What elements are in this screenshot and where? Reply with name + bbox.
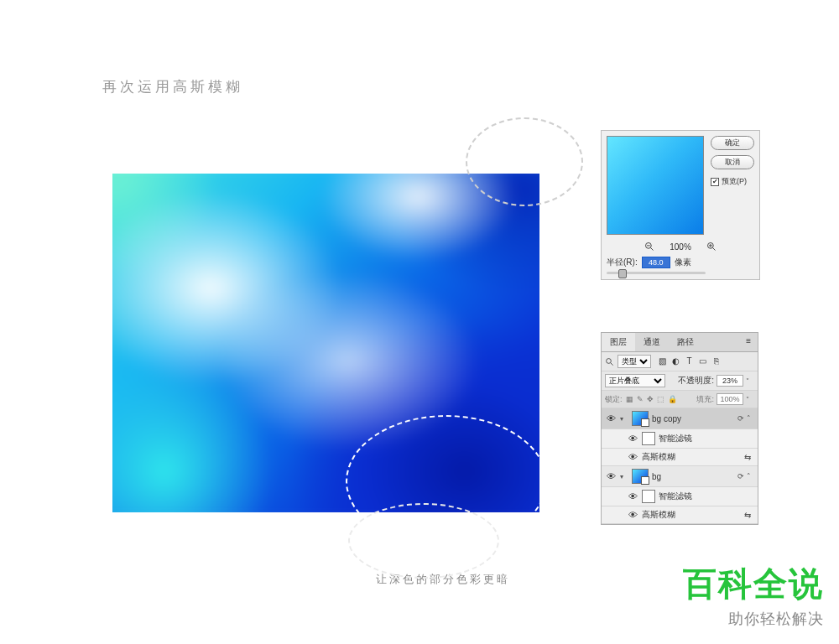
filter-pixel-icon[interactable]: ▧ (658, 357, 667, 366)
fill-label: 填充: (696, 394, 714, 405)
visibility-icon[interactable]: 👁 (627, 510, 638, 520)
layer-name: bg copy (652, 414, 681, 423)
blend-mode-select[interactable]: 正片叠底 (605, 374, 665, 387)
watermark: 百科全说 助你轻松解决 (683, 561, 824, 629)
layer-fx-icon[interactable]: ⟳ ˄ (737, 472, 754, 480)
lock-brush-icon[interactable]: ✎ (637, 395, 644, 403)
gaussian-blur-dialog: 确定 取消 ✔ 预览(P) 100% 半径(R): 48.0 像素 (601, 130, 760, 280)
zoom-in-icon[interactable] (706, 242, 717, 252)
filter-name: 高斯模糊 (642, 451, 675, 463)
lock-all-icon[interactable]: 🔒 (668, 395, 677, 403)
filter-settings-icon[interactable]: ⇆ (744, 511, 754, 520)
cancel-button[interactable]: 取消 (711, 155, 754, 169)
layers-panel: 图层 通道 路径 ≡ 类型 ▧ ◐ T ▭ ⎘ 正片叠底 不透明度: 23% ˅… (601, 332, 758, 525)
ok-button[interactable]: 确定 (711, 136, 754, 150)
opacity-label: 不透明度: (678, 375, 714, 387)
tab-channels[interactable]: 通道 (635, 333, 669, 351)
smart-filters-label: 智能滤镜 (659, 433, 692, 444)
kind-select[interactable]: 类型 (618, 355, 651, 368)
expand-icon[interactable]: ▾ (620, 473, 628, 480)
filter-settings-icon[interactable]: ⇆ (744, 453, 754, 462)
radius-input[interactable]: 48.0 (642, 257, 670, 268)
annotation-ellipse-top (466, 117, 583, 206)
smart-filters-label: 智能滤镜 (659, 491, 692, 502)
visibility-icon[interactable]: 👁 (605, 413, 617, 423)
visibility-icon[interactable]: 👁 (605, 471, 617, 481)
tab-layers[interactable]: 图层 (602, 333, 635, 351)
filter-type-icon[interactable]: T (685, 357, 694, 366)
visibility-icon[interactable]: 👁 (627, 491, 638, 501)
filter-adjust-icon[interactable]: ◐ (671, 357, 680, 366)
filter-item-row[interactable]: 👁 高斯模糊 ⇆ (602, 506, 758, 524)
layer-name: bg (652, 472, 661, 481)
layer-thumbnail (632, 469, 649, 484)
annotation-ellipse-bottom (348, 503, 499, 579)
watermark-subtitle: 助你轻松解决 (683, 609, 824, 629)
radius-unit: 像素 (675, 257, 691, 268)
svg-line-8 (611, 362, 613, 365)
filter-mask-thumbnail (642, 490, 655, 503)
check-icon: ✔ (711, 178, 719, 186)
page-heading: 再次运用高斯模糊 (102, 77, 243, 96)
layer-fx-icon[interactable]: ⟳ ˄ (737, 414, 754, 423)
zoom-out-icon[interactable] (644, 242, 654, 252)
panel-tabs: 图层 通道 路径 ≡ (602, 333, 758, 352)
filter-name: 高斯模糊 (642, 509, 675, 521)
filter-smart-icon[interactable]: ⎘ (711, 357, 721, 366)
chevron-down-icon[interactable]: ˅ (746, 377, 754, 385)
radius-label: 半径(R): (607, 257, 638, 268)
radius-slider[interactable] (607, 272, 706, 274)
smart-filters-row[interactable]: 👁 智能滤镜 (602, 487, 758, 506)
panel-menu-icon[interactable]: ≡ (739, 333, 758, 351)
opacity-input[interactable]: 23% (717, 375, 743, 387)
zoom-value: 100% (670, 242, 691, 252)
visibility-icon[interactable]: 👁 (627, 452, 638, 462)
filter-mask-thumbnail (642, 432, 655, 445)
svg-point-7 (607, 358, 612, 363)
svg-line-4 (712, 248, 715, 251)
preview-label: 预览(P) (722, 176, 747, 187)
layer-thumbnail (632, 411, 649, 426)
fill-input[interactable]: 100% (717, 393, 743, 405)
layer-row-bg[interactable]: 👁 ▾ bg ⟳ ˄ (602, 466, 758, 487)
svg-line-1 (651, 248, 654, 251)
lock-pixels-icon[interactable]: ▦ (626, 395, 633, 403)
lock-move-icon[interactable]: ✥ (647, 395, 654, 403)
watermark-title: 百科全说 (683, 561, 824, 607)
filter-shape-icon[interactable]: ▭ (698, 357, 707, 366)
blur-preview[interactable] (607, 136, 704, 235)
chevron-down-icon[interactable]: ˅ (746, 396, 754, 403)
visibility-icon[interactable]: 👁 (627, 434, 638, 444)
filter-item-row[interactable]: 👁 高斯模糊 ⇆ (602, 449, 758, 466)
expand-icon[interactable]: ▾ (620, 415, 628, 423)
filter-search-icon[interactable] (605, 357, 614, 366)
smart-filters-row[interactable]: 👁 智能滤镜 (602, 429, 758, 449)
lock-label: 锁定: (605, 394, 623, 405)
lock-artboard-icon[interactable]: ⬚ (657, 395, 664, 403)
preview-checkbox[interactable]: ✔ 预览(P) (711, 176, 754, 187)
tab-paths[interactable]: 路径 (669, 333, 702, 351)
layer-row-bg-copy[interactable]: 👁 ▾ bg copy ⟳ ˄ (602, 408, 758, 429)
